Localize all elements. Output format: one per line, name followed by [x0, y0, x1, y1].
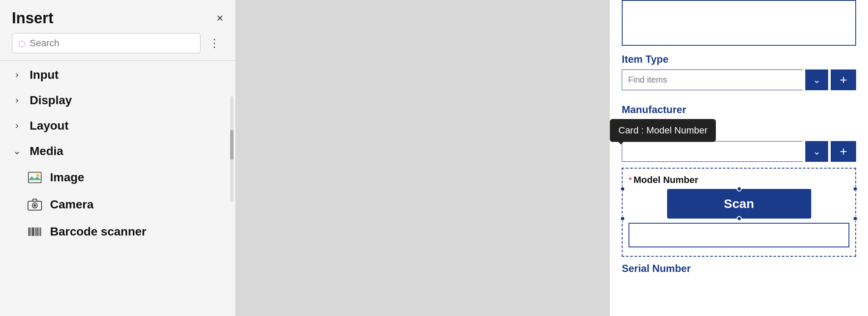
search-input[interactable] [30, 38, 194, 49]
svg-rect-6 [28, 227, 30, 236]
chevron-down-icon: ⌄ [12, 146, 22, 157]
chevron-down-icon: ⌄ [813, 146, 821, 157]
sidebar-item-layout[interactable]: › Layout [0, 113, 235, 139]
nav-label-media: Media [30, 144, 63, 158]
search-icon: ◌ [18, 38, 25, 48]
nav-label-camera: Camera [50, 198, 94, 211]
model-number-input[interactable] [629, 223, 849, 247]
svg-rect-11 [39, 227, 39, 236]
top-textarea[interactable] [622, 0, 856, 46]
chevron-right-icon: › [12, 69, 22, 80]
manufacturer-section: Manufacturer Card : Model Number ⌄ + [610, 98, 868, 164]
svg-rect-8 [32, 227, 34, 236]
nav-label-display: Display [30, 94, 72, 107]
sidebar-item-barcode[interactable]: Barcode scanner [0, 218, 235, 245]
barcode-icon [27, 224, 42, 239]
right-panel: Item Type ⌄ + Manufacturer Card : Model … [609, 0, 868, 316]
svg-rect-10 [36, 227, 38, 236]
sidebar-item-image[interactable]: Image [0, 164, 235, 191]
manufacturer-label: Manufacturer [622, 104, 856, 116]
plus-icon: + [840, 144, 847, 159]
nav-label-barcode: Barcode scanner [50, 225, 146, 238]
find-items-input[interactable] [622, 69, 803, 90]
model-number-label: Model Number [634, 175, 698, 186]
item-type-section: Item Type ⌄ + [610, 46, 868, 92]
model-number-input-wrapper [623, 219, 855, 247]
camera-icon [27, 197, 42, 212]
manufacturer-input[interactable] [622, 141, 803, 162]
tooltip: Card : Model Number [610, 119, 716, 142]
image-icon [27, 170, 42, 185]
tooltip-text: Card : Model Number [618, 125, 707, 136]
svg-rect-7 [31, 227, 31, 236]
serial-number-label: Serial Number [610, 257, 868, 274]
canvas-area [236, 0, 609, 316]
handle-bottom-center [737, 216, 742, 221]
svg-rect-12 [40, 227, 41, 236]
chevron-right-icon: › [12, 120, 22, 131]
manufacturer-add-button[interactable]: + [831, 141, 856, 162]
model-number-section: * Model Number Scan [622, 168, 856, 257]
insert-panel: Insert × ◌ ⋮ › Input › Display › Layout … [0, 0, 236, 316]
manufacturer-row: ⌄ + [622, 141, 856, 162]
search-row: ◌ ⋮ [0, 33, 235, 60]
nav-label-layout: Layout [30, 119, 69, 133]
manufacturer-dropdown-button[interactable]: ⌄ [805, 141, 828, 162]
nav-label-image: Image [50, 171, 84, 184]
scrollbar-thumb[interactable] [230, 130, 234, 160]
nav-list: › Input › Display › Layout ⌄ Media [0, 62, 235, 316]
scan-button[interactable]: Scan [667, 189, 811, 219]
item-type-add-button[interactable]: + [831, 69, 856, 90]
handle-top-center [737, 186, 742, 191]
chevron-down-icon: ⌄ [813, 75, 821, 86]
divider [0, 60, 235, 61]
item-type-row: ⌄ + [622, 69, 856, 90]
svg-rect-0 [28, 172, 41, 183]
sidebar-item-media[interactable]: ⌄ Media [0, 139, 235, 164]
search-box[interactable]: ◌ [12, 33, 200, 53]
svg-point-2 [36, 174, 39, 177]
sidebar-item-input[interactable]: › Input [0, 62, 235, 88]
handle-bottom-right [853, 216, 858, 221]
close-icon[interactable]: × [217, 12, 223, 24]
more-options-icon[interactable]: ⋮ [206, 35, 223, 52]
svg-marker-1 [28, 176, 41, 180]
nav-label-input: Input [30, 68, 58, 82]
svg-rect-9 [35, 227, 36, 236]
required-star: * [629, 175, 632, 185]
panel-title: Insert [12, 9, 53, 27]
panel-header: Insert × [0, 0, 235, 33]
chevron-right-icon: › [12, 95, 22, 106]
handle-top-left [620, 186, 625, 191]
sidebar-item-display[interactable]: › Display [0, 88, 235, 113]
handle-bottom-left [620, 216, 625, 221]
plus-icon: + [840, 73, 847, 87]
sidebar-item-camera[interactable]: Camera [0, 191, 235, 218]
item-type-dropdown-button[interactable]: ⌄ [805, 69, 828, 90]
svg-point-5 [33, 204, 36, 207]
item-type-label: Item Type [622, 53, 856, 65]
scan-button-container: Scan [623, 189, 855, 219]
scrollbar-track [230, 96, 234, 202]
handle-top-right [853, 186, 858, 191]
